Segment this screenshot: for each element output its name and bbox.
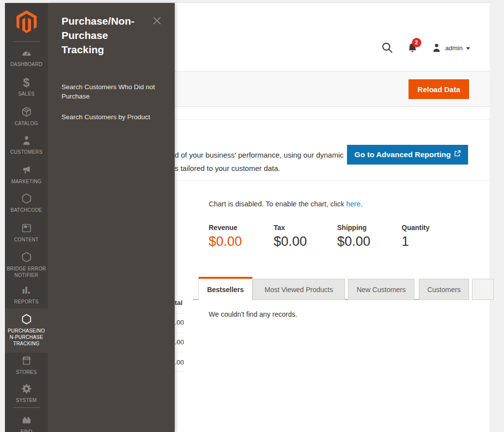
- stat-label: Tax: [274, 224, 307, 232]
- tab-new-customers[interactable]: New Customers: [348, 279, 414, 300]
- chart-disabled-notice: Chart is disabled. To enable the chart, …: [209, 200, 362, 208]
- stat-shipping: Shipping $0.00: [337, 224, 371, 249]
- stat-tax: Tax $0.00: [274, 224, 307, 249]
- user-icon: [431, 42, 442, 53]
- sidebar-item-reports[interactable]: REPORTS: [5, 282, 48, 305]
- main-content: 2 admin Reload Data d of your business' …: [175, 3, 490, 432]
- magento-logo-icon: [16, 10, 37, 33]
- sidebar-item-batchcode[interactable]: BATCHCODE: [5, 191, 48, 213]
- find-partners-icon: [5, 414, 48, 427]
- clipped-table-cell: .00: [175, 359, 184, 366]
- reports-icon: [5, 284, 48, 297]
- notifications-bell-icon[interactable]: 2: [407, 42, 418, 54]
- close-icon[interactable]: [152, 16, 162, 26]
- admin-username: admin: [445, 44, 463, 52]
- bridge-error-notifier-icon: [5, 251, 48, 264]
- notification-count-badge: 2: [412, 38, 421, 47]
- stat-label: Revenue: [209, 224, 242, 232]
- tab-partial-clipped[interactable]: [472, 279, 494, 300]
- go-to-advanced-reporting-button[interactable]: Go to Advanced Reporting: [347, 145, 468, 165]
- advanced-reporting-text: d of your business' performance, using o…: [175, 148, 344, 175]
- tab-most-viewed-products[interactable]: Most Viewed Products: [252, 279, 345, 300]
- sidebar-item-stores[interactable]: STORES: [5, 353, 48, 375]
- banner-text-line2: s tailored to your customer data.: [175, 162, 344, 175]
- submenu-flyout: Purchase/Non-Purchase Tracking Search Cu…: [48, 3, 175, 432]
- stat-label: Quantity: [402, 224, 430, 232]
- sidebar-item-sales[interactable]: $ SALES: [5, 74, 48, 97]
- advanced-reporting-banner: d of your business' performance, using o…: [175, 119, 490, 181]
- sidebar-item-catalog[interactable]: CATALOG: [5, 104, 48, 127]
- clipped-table-divider: [175, 352, 185, 352]
- sidebar-item-bridge-error-notifier[interactable]: BRIDGE ERROR NOTIFIER: [5, 249, 48, 278]
- clipped-table-divider: [175, 313, 185, 314]
- clipped-table-header: tal: [175, 299, 183, 306]
- batchcode-icon: [5, 193, 48, 205]
- banner-text-line1: d of your business' performance, using o…: [175, 148, 344, 162]
- sidebar-item-content[interactable]: CONTENT: [5, 220, 48, 243]
- tab-bestsellers[interactable]: Bestsellers: [198, 277, 252, 300]
- flyout-title: Purchase/Non-Purchase Tracking: [62, 14, 148, 57]
- sidebar-item-customers[interactable]: CUSTOMERS: [5, 133, 48, 155]
- flyout-link-search-customers-by-product[interactable]: Search Customers by Product: [62, 112, 162, 122]
- stat-value: 1: [402, 234, 430, 249]
- clipped-table-cell: .00: [175, 319, 184, 326]
- sidebar-divider: [13, 41, 40, 42]
- content-icon: [5, 222, 48, 235]
- header-actions: 2 admin: [381, 41, 470, 54]
- sidebar: DASHBOARD $ SALES CATALOG: [5, 3, 48, 432]
- stat-label: Shipping: [337, 224, 371, 232]
- sidebar-item-system[interactable]: SYSTEM: [5, 381, 48, 403]
- admin-page: DASHBOARD $ SALES CATALOG: [5, 2, 490, 432]
- stat-value: $0.00: [209, 234, 242, 249]
- dashboard-tabs: Bestsellers Most Viewed Products New Cus…: [198, 277, 494, 300]
- flyout-link-search-customers-who-did-not-purchase[interactable]: Search Customers Who Did not Purchase: [62, 82, 162, 101]
- tab-customers[interactable]: Customers: [419, 279, 469, 300]
- empty-records-message: We couldn't find any records.: [209, 310, 297, 318]
- system-icon: [5, 383, 48, 396]
- purchase-tracking-icon: [5, 313, 48, 326]
- sidebar-item-purchase-non-purchase-tracking[interactable]: PURCHASE/NO N-PURCHASE TRACKING: [5, 308, 48, 353]
- stat-value: $0.00: [274, 234, 307, 249]
- chart-notice-suffix: .: [360, 200, 362, 208]
- enable-chart-link[interactable]: here: [346, 200, 360, 208]
- admin-account-menu[interactable]: admin: [431, 42, 470, 53]
- reload-data-button[interactable]: Reload Data: [409, 79, 469, 99]
- marketing-icon: [5, 164, 48, 177]
- stat-value: $0.00: [337, 234, 371, 249]
- magento-logo[interactable]: [5, 9, 48, 34]
- clipped-table-divider: [175, 371, 185, 372]
- chevron-down-icon: [466, 47, 470, 50]
- stat-quantity: Quantity 1: [402, 224, 430, 249]
- dashboard-icon: [5, 47, 48, 60]
- stores-icon: [5, 355, 48, 367]
- catalog-icon: [5, 106, 48, 119]
- search-icon[interactable]: [381, 41, 394, 54]
- sidebar-item-dashboard[interactable]: DASHBOARD: [5, 45, 48, 67]
- clipped-table-cell: .00: [175, 338, 184, 346]
- external-link-icon: [454, 150, 461, 157]
- page-toolbar: Reload Data: [175, 71, 490, 107]
- clipped-table-divider: [175, 332, 185, 333]
- sidebar-item-marketing[interactable]: MARKETING: [5, 162, 48, 185]
- advanced-reporting-button-label: Go to Advanced Reporting: [354, 150, 451, 159]
- customers-icon: [5, 134, 48, 147]
- sales-icon: $: [5, 76, 48, 89]
- chart-notice-text: Chart is disabled. To enable the chart, …: [209, 200, 344, 208]
- sidebar-item-find-partners-extensions[interactable]: FIND PARTNERS & EXTENSIONS: [5, 412, 48, 432]
- stat-revenue: Revenue $0.00: [209, 224, 242, 249]
- sidebar-divider: [13, 407, 40, 408]
